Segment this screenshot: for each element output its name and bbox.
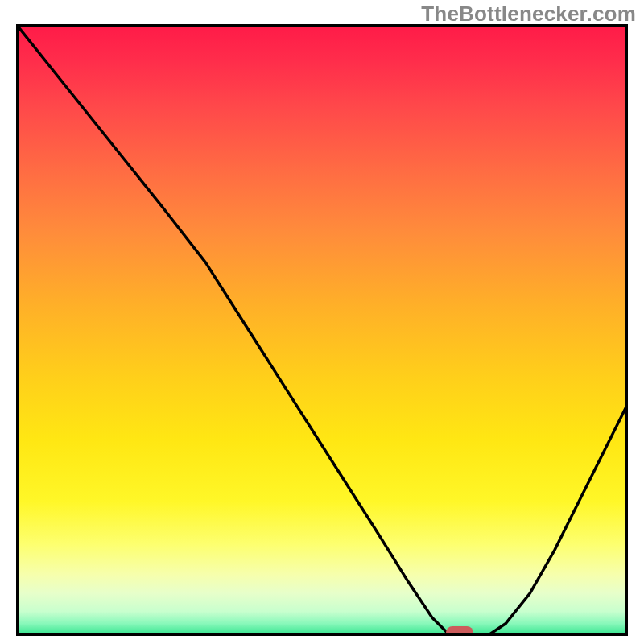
chart-container: TheBottlenecker.com [0,0,644,644]
plot-frame [16,24,628,636]
bottleneck-curve [16,24,628,636]
watermark-text: TheBottlenecker.com [421,2,636,27]
optimal-point-marker [446,626,473,636]
plot-area [16,24,628,636]
